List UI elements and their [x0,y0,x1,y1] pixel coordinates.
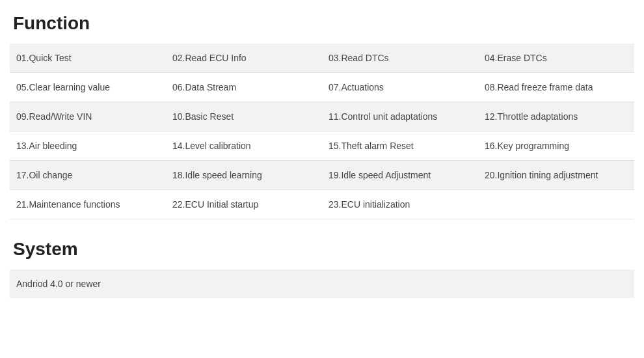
function-item[interactable]: 17.Oil change [10,161,166,190]
table-row: 13.Air bleeding14.Level calibration15.Th… [10,131,634,161]
function-item[interactable]: 19.Idle speed Adjustment [322,161,478,190]
function-item[interactable]: 16.Key programming [478,131,634,161]
function-item[interactable]: 06.Data Stream [166,73,322,102]
table-row: 21.Maintenance functions22.ECU Initial s… [10,190,634,219]
table-row: 09.Read/Write VIN10.Basic Reset11.Contro… [10,102,634,131]
function-item[interactable]: 23.ECU initialization [322,190,478,219]
system-item: Andriod 4.0 or newer [10,269,634,298]
function-item[interactable] [478,190,634,219]
system-table: Andriod 4.0 or newer [10,269,634,298]
table-row: 17.Oil change18.Idle speed learning19.Id… [10,161,634,190]
function-item[interactable]: 13.Air bleeding [10,131,166,161]
function-item[interactable]: 21.Maintenance functions [10,190,166,219]
function-item[interactable]: 12.Throttle adaptations [478,102,634,131]
function-table: 01.Quick Test02.Read ECU Info03.Read DTC… [10,44,634,219]
function-item[interactable]: 10.Basic Reset [166,102,322,131]
function-item[interactable]: 22.ECU Initial startup [166,190,322,219]
function-item[interactable]: 08.Read freeze frame data [478,73,634,102]
function-item[interactable]: 15.Theft alarm Reset [322,131,478,161]
function-item[interactable]: 05.Clear learning value [10,73,166,102]
function-item[interactable]: 18.Idle speed learning [166,161,322,190]
table-row: Andriod 4.0 or newer [10,269,634,298]
function-item[interactable]: 11.Control unit adaptations [322,102,478,131]
function-item[interactable]: 09.Read/Write VIN [10,102,166,131]
function-item[interactable]: 14.Level calibration [166,131,322,161]
function-item[interactable]: 04.Erase DTCs [478,44,634,73]
function-item[interactable]: 01.Quick Test [10,44,166,73]
function-item[interactable]: 20.Ignition tining adjustment [478,161,634,190]
page-container: Function 01.Quick Test02.Read ECU Info03… [0,0,644,305]
table-row: 01.Quick Test02.Read ECU Info03.Read DTC… [10,44,634,73]
function-item[interactable]: 02.Read ECU Info [166,44,322,73]
function-title: Function [10,7,634,44]
table-row: 05.Clear learning value06.Data Stream07.… [10,73,634,102]
system-title: System [10,232,634,269]
function-item[interactable]: 03.Read DTCs [322,44,478,73]
system-section: System Andriod 4.0 or newer [10,232,634,298]
function-item[interactable]: 07.Actuations [322,73,478,102]
